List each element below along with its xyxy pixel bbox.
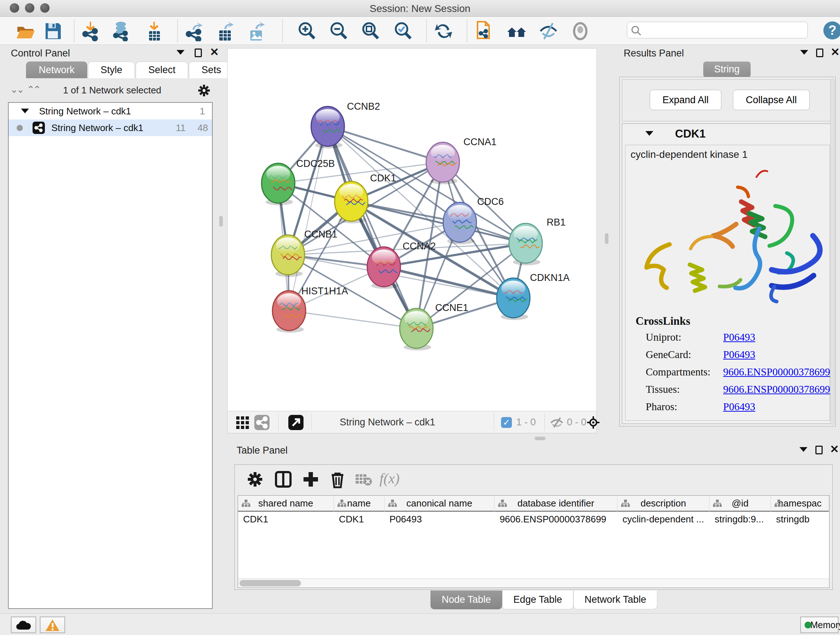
scrollbar-thumb[interactable] <box>240 580 301 586</box>
left-splitter-handle[interactable] <box>219 216 223 226</box>
control-panel-close-icon[interactable]: ✕ <box>210 48 219 57</box>
edge-HIST1H1A-CCNE1[interactable] <box>289 310 416 328</box>
import-network-file-icon[interactable] <box>80 21 101 41</box>
table-panel-menu-icon[interactable] <box>799 447 807 452</box>
import-table-file-icon[interactable] <box>144 21 164 41</box>
fit-content-crosshair-icon[interactable] <box>586 416 600 429</box>
tab-network[interactable]: Network <box>26 62 87 78</box>
network-options-gear-icon[interactable] <box>197 83 211 98</box>
hide-selected-icon[interactable] <box>538 21 559 41</box>
tab-node-table[interactable]: Node Table <box>431 591 502 609</box>
homes-icon[interactable] <box>507 21 527 41</box>
cloud-button[interactable] <box>11 616 36 633</box>
share-document-icon[interactable] <box>474 21 494 41</box>
node-CCNA2[interactable] <box>367 247 401 289</box>
add-column-icon[interactable] <box>302 470 320 489</box>
network-collection-row[interactable]: String Network – cdk1 1 <box>9 103 212 119</box>
column-header-description[interactable]: description <box>617 496 710 511</box>
column-header-database-identifier[interactable]: database identifier <box>494 496 617 511</box>
open-session-icon[interactable] <box>15 21 35 41</box>
table-panel-float-icon[interactable] <box>815 446 823 454</box>
import-network-database-icon[interactable] <box>111 21 131 41</box>
crosslink-value-link[interactable]: P06493 <box>723 331 755 343</box>
table-cell[interactable]: 9606.ENSP00000378699 <box>494 511 617 527</box>
zoom-out-icon[interactable] <box>328 21 349 41</box>
grid-view-icon[interactable] <box>235 416 250 430</box>
table-cell[interactable]: cyclin-dependent ... <box>617 511 710 527</box>
node-result-header[interactable]: CDK1 <box>622 124 833 144</box>
control-panel-menu-icon[interactable] <box>177 50 185 55</box>
table-cell[interactable]: CDK1 <box>238 511 334 527</box>
search-input[interactable] <box>644 24 803 36</box>
crosslink-value-link[interactable]: 9606.ENSP00000378699 <box>723 383 830 395</box>
results-panel-close-icon[interactable]: ✕ <box>831 48 840 57</box>
bottom-splitter-handle[interactable] <box>535 437 546 440</box>
table-cell[interactable]: stringdb <box>771 511 829 527</box>
edge-CCNB2-CCNA1[interactable] <box>328 126 443 162</box>
table-options-gear-icon[interactable] <box>246 470 264 489</box>
column-header--id[interactable]: @id <box>709 496 771 511</box>
node-CCNE1[interactable] <box>400 309 433 350</box>
delete-column-icon[interactable] <box>328 470 347 489</box>
search-field[interactable] <box>627 22 808 38</box>
results-panel-float-icon[interactable] <box>816 49 823 57</box>
node-CCNB1[interactable] <box>271 235 305 277</box>
node-CCNB2[interactable] <box>311 106 344 149</box>
tab-edge-table[interactable]: Edge Table <box>502 591 573 609</box>
node-CCNA1[interactable] <box>426 142 459 184</box>
column-header-canonical-name[interactable]: canonical name <box>385 496 495 511</box>
export-table-icon[interactable] <box>215 21 235 41</box>
export-network-icon[interactable] <box>184 21 204 41</box>
zoom-selected-icon[interactable] <box>393 21 413 41</box>
crosslink-value-link[interactable]: P06493 <box>723 348 755 361</box>
zoom-in-icon[interactable] <box>297 21 317 41</box>
collection-expand-icon[interactable] <box>21 109 29 113</box>
tab-network-table[interactable]: Network Table <box>573 591 658 609</box>
table-cell[interactable]: P06493 <box>385 511 495 527</box>
refresh-icon[interactable] <box>433 21 454 41</box>
node-HIST1H1A[interactable] <box>272 291 306 333</box>
column-header-shared-name[interactable]: shared name <box>238 496 334 511</box>
network-canvas[interactable]: CCNB2CCNA1CDC25BCDK1CDC6RB1CCNB1CCNA2CDK… <box>227 49 597 410</box>
results-scrollbar[interactable] <box>830 79 835 424</box>
collapse-all-button[interactable]: Collapse All <box>733 90 810 110</box>
node-CDKN1A[interactable] <box>497 278 530 320</box>
table-row[interactable]: CDK1CDK1P064939606.ENSP00000378699cyclin… <box>238 511 829 527</box>
export-image-icon[interactable] <box>246 21 266 41</box>
selected-items-checkbox[interactable]: ✓ <box>501 417 512 428</box>
control-panel-float-icon[interactable] <box>195 49 202 57</box>
table-panel-close-icon[interactable]: ✕ <box>830 445 839 454</box>
tab-select[interactable]: Select <box>136 62 188 78</box>
tab-style[interactable]: Style <box>88 62 135 78</box>
expand-all-button[interactable]: Expand All <box>650 90 722 110</box>
node-CDK1[interactable] <box>335 181 368 223</box>
column-header-namespac[interactable]: namespac <box>771 496 829 511</box>
node-table[interactable]: shared namenamecanonical namedatabase id… <box>238 495 829 578</box>
crosslink-value-link[interactable]: 9606.ENSP00000378699 <box>723 366 830 378</box>
node-CDC25B[interactable] <box>262 163 295 205</box>
node-result-collapse-icon[interactable] <box>645 131 653 136</box>
node-RB1[interactable] <box>509 223 542 265</box>
table-cell[interactable]: stringdb:9... <box>709 511 771 527</box>
save-session-icon[interactable] <box>43 21 63 41</box>
expand-all-networks-icon[interactable]: ⌄⌄ <box>10 84 23 95</box>
help-button[interactable]: ? <box>823 21 840 40</box>
right-splitter-handle[interactable] <box>605 233 608 244</box>
results-panel-menu-icon[interactable] <box>800 50 808 55</box>
tab-string[interactable]: String <box>703 62 751 78</box>
zoom-fit-icon[interactable] <box>360 21 381 41</box>
table-cell[interactable]: CDK1 <box>334 511 385 527</box>
collapse-all-networks-icon[interactable]: ⌃⌃ <box>27 84 40 95</box>
crosslink-value-link[interactable]: P06493 <box>723 401 755 413</box>
birds-eye-view-icon[interactable] <box>254 415 270 430</box>
crosslink-label: Uniprot: <box>646 331 681 343</box>
edge-CCNB2-CCNE1[interactable] <box>328 126 416 328</box>
column-header-name[interactable]: name <box>334 496 385 511</box>
warnings-button[interactable] <box>40 616 65 633</box>
open-in-window-icon[interactable] <box>288 415 303 430</box>
table-horizontal-scrollbar[interactable] <box>238 578 829 588</box>
memory-button[interactable]: Memory <box>800 616 838 633</box>
show-all-icon[interactable] <box>570 21 591 41</box>
show-columns-icon[interactable] <box>274 470 293 489</box>
network-row[interactable]: String Network – cdk1 11 48 <box>9 119 212 136</box>
